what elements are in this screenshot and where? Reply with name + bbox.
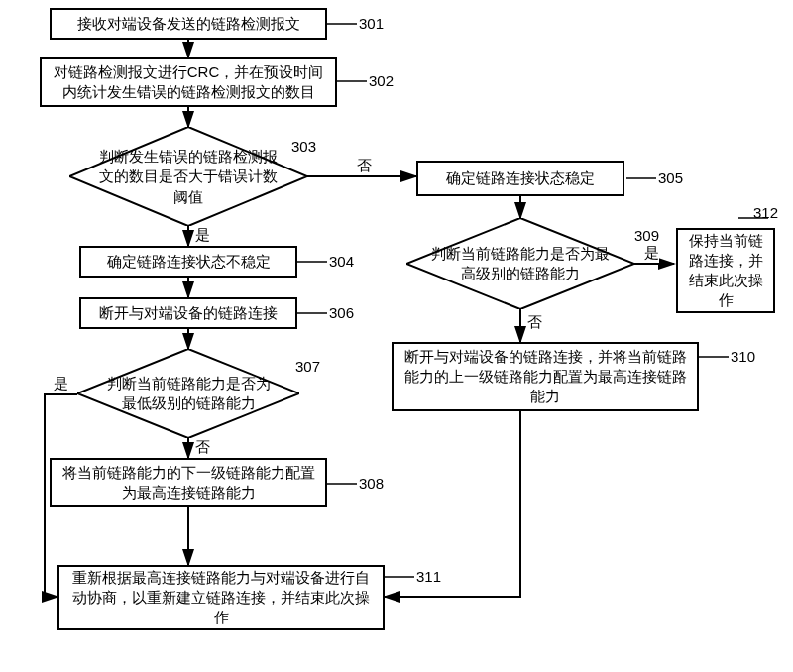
node-307-text: 判断当前链路能力是否为最低级别的链路能力	[107, 375, 271, 411]
node-304: 确定链路连接状态不稳定	[79, 246, 297, 278]
ref-310: 310	[731, 348, 755, 365]
node-311: 重新根据最高连接链路能力与对端设备进行自动协商，以重新建立链路连接，并结束此次操…	[57, 565, 385, 630]
node-308-text: 将当前链路能力的下一级链路能力配置为最高连接链路能力	[59, 463, 317, 504]
node-312-text: 保持当前链路连接，并结束此次操作	[686, 231, 765, 311]
label-303-yes: 是	[195, 226, 210, 245]
label-309-yes: 是	[644, 244, 659, 263]
label-307-yes: 是	[54, 375, 68, 393]
node-302-text: 对链路检测报文进行CRC，并在预设时间内统计发生错误的链路检测报文的数目	[50, 62, 327, 103]
node-302: 对链路检测报文进行CRC，并在预设时间内统计发生错误的链路检测报文的数目	[40, 57, 337, 107]
node-310-text: 断开与对端设备的链路连接，并将当前链路能力的上一级链路能力配置为最高连接链路能力	[401, 347, 689, 407]
node-301: 接收对端设备发送的链路检测报文	[50, 8, 327, 40]
ref-311: 311	[416, 568, 441, 585]
ref-304: 304	[329, 253, 354, 270]
node-310: 断开与对端设备的链路连接，并将当前链路能力的上一级链路能力配置为最高连接链路能力	[392, 342, 699, 411]
ref-306: 306	[329, 304, 354, 321]
label-309-no: 否	[527, 313, 542, 332]
node-301-text: 接收对端设备发送的链路检测报文	[77, 14, 300, 34]
ref-302: 302	[369, 72, 394, 89]
node-312: 保持当前链路连接，并结束此次操作	[676, 228, 775, 313]
node-309: 判断当前链路能力是否为最高级别的链路能力	[406, 218, 634, 309]
node-305-text: 确定链路连接状态稳定	[446, 168, 595, 188]
node-303-text: 判断发生错误的链路检测报文的数目是否大于错误计数阈值	[99, 148, 278, 205]
label-307-no: 否	[195, 438, 210, 457]
node-307: 判断当前链路能力是否为最低级别的链路能力	[77, 349, 299, 438]
node-309-text: 判断当前链路能力是否为最高级别的链路能力	[431, 245, 610, 281]
ref-309: 309	[634, 227, 659, 244]
node-305: 确定链路连接状态稳定	[416, 161, 624, 196]
node-308: 将当前链路能力的下一级链路能力配置为最高连接链路能力	[50, 458, 327, 507]
ref-308: 308	[359, 475, 384, 492]
node-304-text: 确定链路连接状态不稳定	[107, 252, 271, 272]
ref-312: 312	[753, 204, 778, 221]
ref-303: 303	[291, 138, 316, 155]
ref-301: 301	[359, 15, 384, 32]
node-311-text: 重新根据最高连接链路能力与对端设备进行自动协商，以重新建立链路连接，并结束此次操…	[67, 568, 375, 628]
node-303: 判断发生错误的链路检测报文的数目是否大于错误计数阈值	[69, 127, 307, 226]
label-303-no: 否	[357, 157, 372, 175]
ref-307: 307	[295, 358, 320, 375]
ref-305: 305	[658, 169, 683, 186]
node-306: 断开与对端设备的链路连接	[79, 297, 297, 329]
node-306-text: 断开与对端设备的链路连接	[99, 303, 278, 323]
